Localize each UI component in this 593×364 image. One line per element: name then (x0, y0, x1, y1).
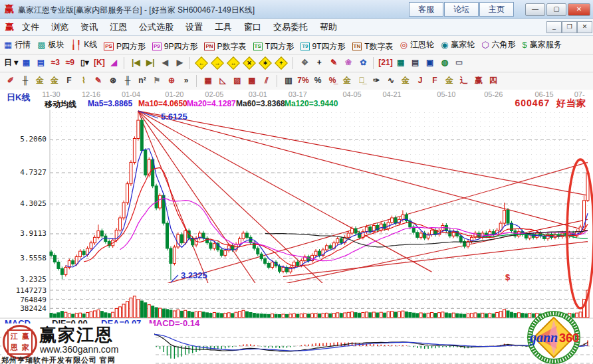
draw-tool-28[interactable]: 金 (399, 73, 412, 88)
draw-tool-0[interactable]: ✐ (4, 73, 17, 88)
draw-tool-25[interactable]: 金̲ (355, 73, 368, 88)
menu-item-交易委托[interactable]: 交易委托 (267, 19, 314, 35)
menu-item-设置[interactable]: 设置 (179, 19, 209, 35)
chart-area[interactable]: 11-3012-1601-0401-2002-0503-0103-1704-05… (0, 90, 593, 364)
calculator-tool[interactable]: ▦ (394, 55, 408, 70)
network-tool[interactable]: ◍ (438, 55, 451, 70)
forum-button[interactable]: 论坛 (444, 2, 479, 17)
toolbar-item-hexagon[interactable]: ⬡六角形 (481, 36, 515, 54)
service-button[interactable]: 客服 (409, 2, 443, 17)
page-prev[interactable]: ◀ (158, 55, 172, 70)
toolbar-item-9t-square[interactable]: T99T四方形 (300, 38, 345, 55)
draw-tool-2[interactable]: 金 (33, 73, 47, 88)
toolbar-item-p-number[interactable]: PNP数字表 (204, 38, 246, 55)
toolbar-item-t-square[interactable]: TST四方形 (253, 38, 295, 55)
draw-tool-7[interactable]: ⊛ (106, 73, 120, 88)
menu-item-江恩[interactable]: 江恩 (104, 19, 133, 35)
grid-window[interactable]: ▦ (19, 55, 33, 70)
zoom-in[interactable]: ✶ (259, 56, 272, 70)
jump-last[interactable]: ▶| (144, 55, 157, 70)
save-tool[interactable]: ▣ (423, 55, 437, 70)
tick-chart[interactable]: ◢ (107, 55, 120, 70)
jump-first[interactable]: |◀ (129, 55, 142, 70)
draw-tool-32[interactable]: 辶 (457, 73, 471, 88)
wave-3[interactable]: ≈3 (49, 55, 62, 70)
draw-tool-24[interactable]: 金 (340, 73, 354, 88)
draw-tool-1[interactable]: ╫ (19, 73, 32, 88)
draw-tool-12[interactable]: » (179, 73, 193, 88)
close-button[interactable]: ✕ (568, 3, 590, 16)
menu-item-浏览[interactable]: 浏览 (45, 19, 74, 35)
printer-tool[interactable]: ▭ (453, 55, 466, 70)
toolbar-item-gann-wheel[interactable]: ◎江恩轮 (400, 36, 434, 54)
draw-tool-31[interactable]: 金 (443, 73, 456, 88)
draw-tool-21[interactable]: 7% (296, 73, 310, 88)
draw-tool-14[interactable]: ▦ (201, 73, 215, 88)
winner-service-icon: $ (523, 40, 527, 50)
draw-tool-20[interactable]: ▥ (282, 73, 295, 88)
draw-tool-27[interactable]: ∿ (384, 73, 398, 88)
draw-tool-18[interactable]: ⫽ (260, 73, 273, 88)
zoom-expand[interactable]: + (275, 56, 288, 70)
page-next[interactable]: ▶ (173, 55, 186, 70)
draw-tool-11[interactable]: ⊕ (165, 73, 178, 88)
draw-tool-17[interactable]: ▩ (245, 73, 259, 88)
toolbar-item-winner-service[interactable]: $赢家服务 (523, 36, 562, 54)
child-close-button[interactable]: ✕ (577, 21, 592, 33)
draw-tool-6[interactable]: ✎ (92, 73, 105, 88)
calendar-tool[interactable]: [21] (378, 55, 392, 70)
volume-bar (130, 298, 132, 318)
draw-tool-30[interactable]: F (428, 73, 441, 88)
child-restore-button[interactable]: ❒ (562, 21, 577, 33)
home-button[interactable]: 主页 (479, 2, 514, 17)
zoom-out[interactable]: ✕ (243, 56, 256, 70)
menu-item-工具[interactable]: 工具 (209, 19, 238, 35)
wave-9[interactable]: ≈9 (63, 55, 76, 70)
draw-tool-9[interactable]: n² (136, 73, 149, 88)
toolbar-item-quotes[interactable]: ▦行情 (4, 36, 31, 54)
pen-tool[interactable]: ✎ (327, 55, 340, 70)
draw-tool-16[interactable]: ▨ (231, 73, 244, 88)
minimize-button[interactable]: — (525, 3, 545, 16)
draw-tool-5[interactable]: ⌇ (77, 73, 90, 88)
k-frame[interactable]: [K] (92, 55, 106, 70)
draw-tool-26[interactable]: ✑ (370, 73, 383, 88)
menu-item-帮助[interactable]: 帮助 (314, 19, 343, 35)
toolbar-item-sectors[interactable]: ▩板块 (37, 36, 64, 54)
title-bar[interactable]: 赢 赢家江恩专业版[赢家内部服务平台] - [好当家 SH600467-149日… (0, 0, 593, 19)
draw-tool-29[interactable]: J (414, 73, 427, 88)
pan-right[interactable]: → (211, 56, 224, 70)
crosshair-tool[interactable]: + (312, 55, 326, 70)
pattern-tool[interactable]: ✿ (356, 55, 370, 70)
child-minimize-button[interactable]: _ (546, 21, 562, 33)
volume-bar (405, 312, 408, 318)
draw-tool-10[interactable]: ⚑ (150, 73, 164, 88)
draw-tool-3[interactable]: 金 (48, 73, 61, 88)
draw-tool-23[interactable]: %̲ (326, 73, 339, 88)
draw-tool-4[interactable]: F (62, 73, 76, 88)
note-window[interactable]: ▤ (34, 55, 47, 70)
notepad-tool[interactable]: ▤ (409, 55, 422, 70)
volume-bar (177, 310, 179, 318)
menu-item-资讯[interactable]: 资讯 (74, 19, 104, 35)
toolbar-item-9p-square[interactable]: P99P四方形 (152, 38, 197, 55)
pan-both[interactable]: ↔ (227, 56, 240, 70)
menu-item-文件[interactable]: 文件 (16, 19, 45, 35)
toolbar-item-t-number[interactable]: TNT数字表 (352, 38, 394, 55)
restore-button[interactable]: ▢ (546, 3, 566, 16)
pan-left[interactable]: ← (195, 56, 208, 70)
candle-style[interactable]: ▯▾ (78, 55, 91, 70)
toolbar-item-winner-wheel[interactable]: ◉赢家轮 (441, 36, 475, 54)
draw-tool-8[interactable]: ╫ (121, 73, 134, 88)
shape-tool[interactable]: ❀ (342, 55, 355, 70)
draw-tool-33[interactable]: 赢 (472, 73, 485, 88)
toolbar-item-kline[interactable]: ╽╿K线 (71, 36, 98, 54)
toolbar-item-p-square[interactable]: PSP四方形 (104, 38, 146, 55)
draw-tool-15[interactable]: ◺ (216, 73, 229, 88)
menu-item-公式选股[interactable]: 公式选股 (133, 19, 179, 35)
period-selector[interactable]: 日 ▾ (4, 55, 18, 70)
hand-tool[interactable]: ✥ (298, 55, 311, 70)
menu-item-窗口[interactable]: 窗口 (238, 19, 267, 35)
draw-tool-34[interactable]: 四 (487, 73, 500, 88)
draw-tool-22[interactable]: % (311, 73, 324, 88)
